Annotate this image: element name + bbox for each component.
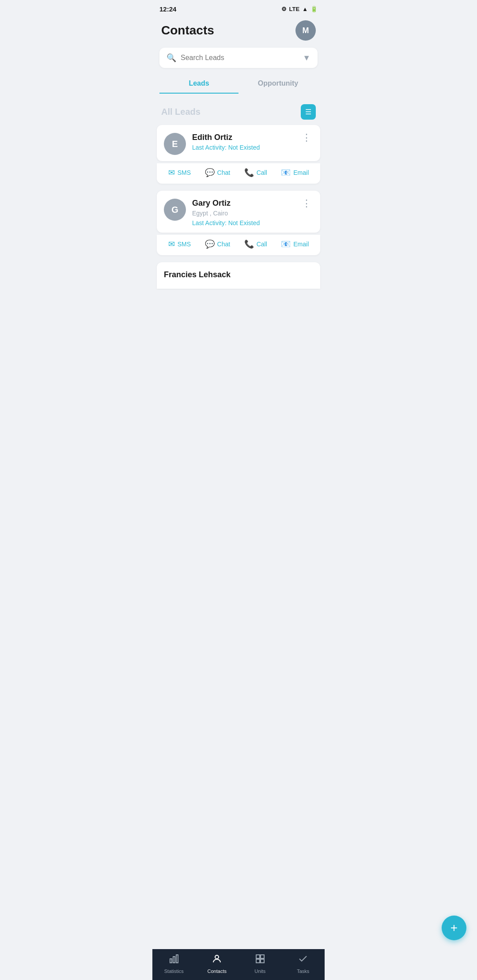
action-row: ✉ SMS 💬 Chat 📞 Call 📧 Email xyxy=(157,234,320,255)
chat-icon: 💬 xyxy=(205,168,215,177)
settings-icon: ⚙ xyxy=(281,6,287,12)
sms-icon: ✉ xyxy=(168,239,175,249)
call-label: Call xyxy=(257,241,267,248)
svg-rect-2 xyxy=(176,955,178,963)
email-icon: 📧 xyxy=(281,168,291,177)
svg-rect-1 xyxy=(173,957,175,963)
search-bar: 🔍 ▼ xyxy=(159,48,318,68)
sms-button[interactable]: ✉ SMS xyxy=(168,239,191,249)
status-time: 12:24 xyxy=(159,5,176,13)
action-row: ✉ SMS 💬 Chat 📞 Call 📧 Email xyxy=(157,163,320,184)
statistics-icon xyxy=(169,954,179,967)
svg-rect-5 xyxy=(261,955,264,958)
email-label: Email xyxy=(293,169,309,176)
call-label: Call xyxy=(257,169,267,176)
chat-label: Chat xyxy=(217,169,231,176)
lead-name: Francies Lehsack xyxy=(164,270,313,279)
lead-card-top: G Gary Ortiz Egypt , Cairo Last Activity… xyxy=(164,199,313,226)
status-bar: 12:24 ⚙ LTE ▲ 🔋 xyxy=(152,0,325,16)
email-button[interactable]: 📧 Email xyxy=(281,239,309,249)
lead-card-top: E Edith Ortiz Last Activity: Not Existed… xyxy=(164,133,313,155)
sms-label: SMS xyxy=(178,241,191,248)
lead-card: G Gary Ortiz Egypt , Cairo Last Activity… xyxy=(157,191,320,233)
contacts-icon xyxy=(212,954,222,967)
status-icons: ⚙ LTE ▲ 🔋 xyxy=(281,6,318,12)
email-label: Email xyxy=(293,241,309,248)
lead-card-partial: Francies Lehsack xyxy=(157,262,320,289)
sms-button[interactable]: ✉ SMS xyxy=(168,168,191,177)
search-icon: 🔍 xyxy=(167,53,176,63)
lte-indicator: LTE xyxy=(289,6,300,12)
tasks-icon xyxy=(298,954,308,967)
more-options-button[interactable]: ⋮ xyxy=(300,133,313,143)
filter-icon[interactable]: ▼ xyxy=(303,53,310,63)
section-header: All Leads ☰ xyxy=(152,101,325,125)
lead-location: Egypt , Cairo xyxy=(192,210,294,217)
call-icon: 📞 xyxy=(244,239,254,249)
email-button[interactable]: 📧 Email xyxy=(281,168,309,177)
lead-info: Edith Ortiz Last Activity: Not Existed xyxy=(192,133,294,151)
header: Contacts M xyxy=(152,16,325,48)
chat-label: Chat xyxy=(217,241,231,248)
filter-list-icon: ☰ xyxy=(305,108,311,116)
tab-leads[interactable]: Leads xyxy=(159,75,238,94)
filter-button[interactable]: ☰ xyxy=(301,104,316,120)
email-icon: 📧 xyxy=(281,239,291,249)
svg-rect-7 xyxy=(261,959,264,963)
sms-label: SMS xyxy=(178,169,191,176)
nav-item-contacts[interactable]: Contacts xyxy=(201,954,232,974)
chat-button[interactable]: 💬 Chat xyxy=(205,168,231,177)
lead-name: Edith Ortiz xyxy=(192,133,294,142)
nav-label-statistics: Statistics xyxy=(164,969,184,974)
battery-icon: 🔋 xyxy=(310,6,318,12)
nav-label-contacts: Contacts xyxy=(208,969,227,974)
svg-rect-0 xyxy=(170,959,172,963)
lead-activity: Last Activity: Not Existed xyxy=(192,144,294,151)
search-input[interactable] xyxy=(181,54,298,62)
lead-card: E Edith Ortiz Last Activity: Not Existed… xyxy=(157,125,320,161)
signal-icon: ▲ xyxy=(302,6,308,12)
avatar: E xyxy=(164,133,186,155)
nav-item-statistics[interactable]: Statistics xyxy=(159,954,189,974)
nav-label-units: Units xyxy=(254,969,265,974)
lead-activity: Last Activity: Not Existed xyxy=(192,219,294,226)
tabs: Leads Opportunity xyxy=(159,75,318,94)
nav-item-units[interactable]: Units xyxy=(245,954,276,974)
sms-icon: ✉ xyxy=(168,168,175,177)
bottom-nav: Statistics Contacts Units Tasks xyxy=(152,949,325,980)
nav-item-tasks[interactable]: Tasks xyxy=(288,954,318,974)
avatar: G xyxy=(164,199,186,221)
nav-label-tasks: Tasks xyxy=(297,969,309,974)
call-button[interactable]: 📞 Call xyxy=(244,239,267,249)
avatar[interactable]: M xyxy=(295,20,316,41)
tab-opportunity[interactable]: Opportunity xyxy=(238,75,318,94)
chat-button[interactable]: 💬 Chat xyxy=(205,239,231,249)
svg-rect-6 xyxy=(256,959,260,963)
svg-point-3 xyxy=(215,955,219,959)
call-button[interactable]: 📞 Call xyxy=(244,168,267,177)
more-options-button[interactable]: ⋮ xyxy=(300,199,313,208)
call-icon: 📞 xyxy=(244,168,254,177)
svg-rect-4 xyxy=(256,955,260,958)
lead-name: Gary Ortiz xyxy=(192,199,294,208)
page-title: Contacts xyxy=(161,23,214,38)
lead-info: Gary Ortiz Egypt , Cairo Last Activity: … xyxy=(192,199,294,226)
chat-icon: 💬 xyxy=(205,239,215,249)
section-title: All Leads xyxy=(161,107,201,117)
units-icon xyxy=(255,954,265,967)
